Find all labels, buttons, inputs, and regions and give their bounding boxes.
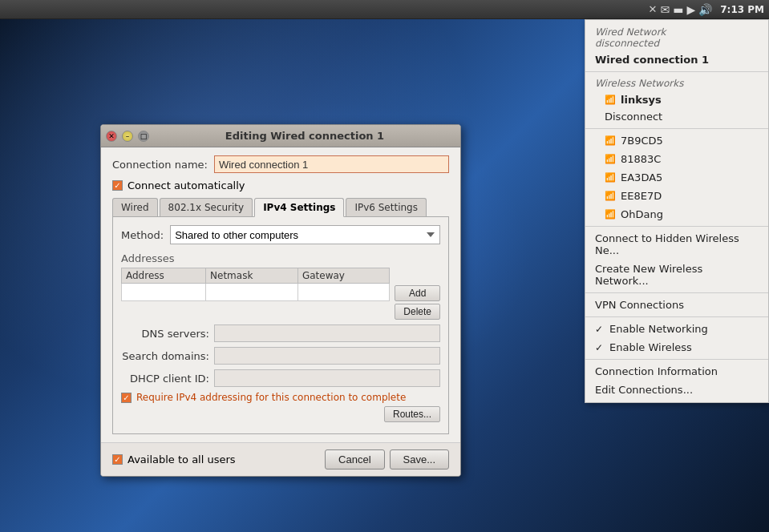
dialog-footer: Available to all users Cancel Save... bbox=[101, 442, 460, 476]
addresses-table: Address Netmask Gateway bbox=[121, 268, 390, 301]
addresses-table-area: Address Netmask Gateway bbox=[121, 268, 390, 303]
dns-row: DNS servers: bbox=[121, 324, 440, 342]
wifi-connected-icon: 📶 bbox=[605, 95, 616, 105]
col-gateway: Gateway bbox=[297, 268, 389, 284]
addresses-label: Addresses bbox=[121, 252, 440, 264]
require-checkbox[interactable] bbox=[121, 393, 132, 403]
network-icon[interactable]: ▶ bbox=[686, 3, 695, 16]
volume-icon[interactable]: 🔊 bbox=[698, 3, 712, 16]
dialog-title: Editing Wired connection 1 bbox=[154, 130, 455, 142]
connected-network-item[interactable]: 📶 linksys bbox=[585, 91, 768, 109]
connection-name-row: Connection name: bbox=[112, 155, 449, 173]
method-label: Method: bbox=[121, 229, 164, 241]
tab-ipv6[interactable]: IPv6 Settings bbox=[346, 198, 427, 216]
menu-separator-6 bbox=[585, 359, 768, 360]
auto-connect-label: Connect automatically bbox=[127, 179, 245, 191]
available-label: Available to all users bbox=[127, 453, 236, 466]
connect-hidden-item[interactable]: Connect to Hidden Wireless Ne... bbox=[585, 229, 768, 260]
maximize-button[interactable]: □ bbox=[138, 131, 149, 142]
mail-icon[interactable]: ✉ bbox=[660, 3, 670, 16]
dialog-titlebar: ✕ – □ Editing Wired connection 1 bbox=[101, 125, 460, 147]
save-button[interactable]: Save... bbox=[390, 449, 449, 470]
dhcp-row: DHCP client ID: bbox=[121, 369, 440, 387]
require-label: Require IPv4 addressing for this connect… bbox=[136, 392, 406, 403]
wireless-EA3DA5[interactable]: 📶 EA3DA5 bbox=[585, 168, 768, 187]
dns-input[interactable] bbox=[214, 324, 440, 342]
wired-connection-item[interactable]: Wired connection 1 bbox=[585, 50, 768, 69]
wifi-icon-4: 📶 bbox=[605, 191, 616, 201]
action-buttons: Add Delete bbox=[395, 268, 440, 320]
available-row: Available to all users bbox=[112, 453, 318, 466]
create-new-item[interactable]: Create New Wireless Network... bbox=[585, 260, 768, 290]
cancel-button[interactable]: Cancel bbox=[325, 449, 384, 470]
tab-8021x[interactable]: 802.1x Security bbox=[160, 198, 253, 216]
close-button[interactable]: ✕ bbox=[106, 131, 117, 142]
wired-network-header: Wired Network disconnected bbox=[585, 23, 768, 50]
wifi-icon-3: 📶 bbox=[605, 172, 616, 183]
wifi-icon-1: 📶 bbox=[605, 135, 616, 146]
delete-button[interactable]: Delete bbox=[395, 304, 440, 320]
enable-wireless-item[interactable]: Enable Wireless bbox=[585, 338, 768, 357]
dialog-body: Connection name: Connect automatically W… bbox=[101, 147, 460, 442]
search-domains-row: Search domains: bbox=[121, 347, 440, 365]
edit-connection-dialog: ✕ – □ Editing Wired connection 1 Connect… bbox=[100, 124, 461, 477]
wifi-icon-5: 📶 bbox=[605, 209, 616, 220]
wireless-EE8E7D[interactable]: 📶 EE8E7D bbox=[585, 187, 768, 205]
search-label: Search domains: bbox=[121, 350, 209, 362]
addresses-section: Addresses Address Netmask Gateway bbox=[121, 252, 440, 320]
col-address: Address bbox=[122, 268, 206, 284]
disconnect-item[interactable]: Disconnect bbox=[585, 109, 768, 126]
wireless-81883C[interactable]: 📶 81883C bbox=[585, 150, 768, 168]
wifi-icon-2: 📶 bbox=[605, 154, 616, 164]
minimize-button[interactable]: – bbox=[122, 131, 133, 142]
dns-label: DNS servers: bbox=[121, 328, 209, 340]
edit-connections-item[interactable]: Edit Connections... bbox=[585, 381, 768, 399]
battery-icon: ▬ bbox=[673, 3, 683, 16]
connection-info-item[interactable]: Connection Information bbox=[585, 362, 768, 381]
dhcp-input[interactable] bbox=[214, 369, 440, 387]
taskbar-time: 7:13 PM bbox=[720, 4, 764, 15]
wireless-networks-header: Wireless Networks bbox=[585, 75, 768, 91]
tab-content-ipv4: Method: Shared to other computers Automa… bbox=[112, 217, 449, 434]
available-checkbox[interactable] bbox=[112, 454, 123, 465]
routes-row: Routes... bbox=[121, 406, 440, 422]
wireless-7B9CD5[interactable]: 📶 7B9CD5 bbox=[585, 131, 768, 150]
network-context-menu: Wired Network disconnected Wired connect… bbox=[585, 19, 769, 403]
require-row: Require IPv4 addressing for this connect… bbox=[121, 392, 440, 403]
tab-ipv4[interactable]: IPv4 Settings bbox=[254, 198, 344, 217]
menu-separator-3 bbox=[585, 226, 768, 227]
menu-separator-1 bbox=[585, 71, 768, 72]
enable-networking-item[interactable]: Enable Networking bbox=[585, 320, 768, 338]
auto-connect-checkbox[interactable] bbox=[112, 180, 123, 191]
method-select[interactable]: Shared to other computers Automatic (DHC… bbox=[170, 225, 440, 244]
taskbar: ✕ ✉ ▬ ▶ 🔊 7:13 PM bbox=[0, 0, 769, 19]
routes-button[interactable]: Routes... bbox=[384, 406, 440, 422]
search-input[interactable] bbox=[214, 347, 440, 365]
table-row bbox=[122, 284, 390, 301]
addresses-table-wrapper: Address Netmask Gateway bbox=[121, 268, 440, 320]
add-button[interactable]: Add bbox=[395, 285, 440, 301]
connection-name-label: Connection name: bbox=[112, 159, 208, 171]
close-icon[interactable]: ✕ bbox=[649, 3, 658, 15]
menu-separator-4 bbox=[585, 292, 768, 293]
menu-separator-2 bbox=[585, 128, 768, 129]
wireless-OhDang[interactable]: 📶 OhDang bbox=[585, 205, 768, 224]
tab-wired[interactable]: Wired bbox=[112, 198, 158, 216]
menu-separator-5 bbox=[585, 316, 768, 317]
vpn-connections-item[interactable]: VPN Connections bbox=[585, 296, 768, 314]
dhcp-label: DHCP client ID: bbox=[121, 373, 209, 385]
col-netmask: Netmask bbox=[206, 268, 298, 284]
auto-connect-row: Connect automatically bbox=[112, 179, 449, 191]
connection-name-input[interactable] bbox=[214, 155, 449, 173]
footer-buttons: Cancel Save... bbox=[325, 449, 449, 470]
method-row: Method: Shared to other computers Automa… bbox=[121, 225, 440, 244]
taskbar-icons: ✕ ✉ ▬ ▶ 🔊 bbox=[649, 3, 713, 16]
tabs-row: Wired 802.1x Security IPv4 Settings IPv6… bbox=[112, 198, 449, 217]
